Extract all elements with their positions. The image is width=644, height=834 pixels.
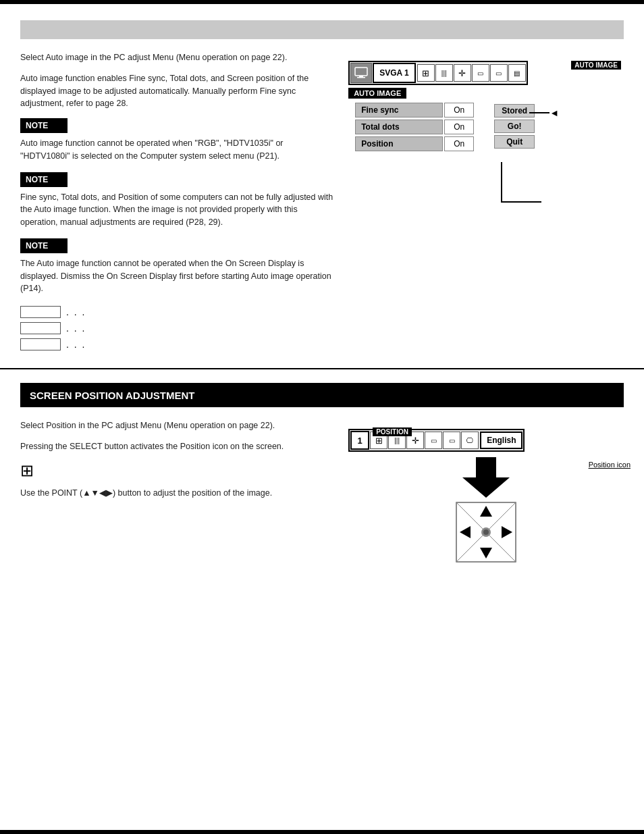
connector-line-horiz bbox=[501, 201, 541, 203]
settings-buttons-container: Fine sync On Total dots On bbox=[355, 103, 624, 153]
setting-value-position: On bbox=[444, 136, 474, 151]
section2-header: SCREEN POSITION ADJUSTMENT bbox=[20, 383, 624, 407]
menu-icon-bars: ||| bbox=[435, 64, 453, 82]
section2-position: SCREEN POSITION ADJUSTMENT Select Positi… bbox=[0, 369, 644, 578]
auto-image-submenu-label: AUTO IMAGE bbox=[348, 88, 406, 99]
english-label: English bbox=[480, 432, 522, 449]
nav-cross-container bbox=[456, 502, 516, 565]
down-arrow-svg bbox=[462, 457, 510, 498]
note2-label: NOTE bbox=[20, 172, 68, 187]
position-top-label: POSITION bbox=[373, 427, 412, 436]
section1-header-bar bbox=[20, 20, 624, 39]
indicator-dots-finesync: . . . bbox=[66, 307, 86, 317]
section2-body-text2: Pressing the SELECT button activates the… bbox=[20, 440, 335, 453]
indicator-dots-position: . . . bbox=[66, 339, 86, 350]
section2-header-text: SCREEN POSITION ADJUSTMENT bbox=[30, 390, 194, 401]
auto-image-top-container: AUTO IMAGE SVGA 1 bbox=[348, 61, 624, 85]
note1-block: NOTE Auto image function cannot be opera… bbox=[20, 118, 335, 163]
setting-value-totaldots: On bbox=[444, 120, 474, 134]
section2-content: Select Position in the PC adjust Menu (M… bbox=[20, 419, 624, 565]
position-arrow-container: Position icon bbox=[348, 457, 624, 565]
setting-row-position: Position On bbox=[355, 136, 474, 151]
settings-table: Fine sync On Total dots On bbox=[355, 103, 474, 153]
indicator-box-finesync bbox=[20, 306, 61, 318]
svg-rect-1 bbox=[359, 76, 363, 77]
left-column: Select Auto image in the PC adjust Menu … bbox=[20, 51, 335, 355]
section2-body-text1: Select Position in the PC adjust Menu (M… bbox=[20, 419, 335, 432]
svg-rect-0 bbox=[355, 68, 367, 76]
position-menu-container: POSITION 1 ⊞ ||| ✛ ▭ ▭ 🖵 English bbox=[348, 429, 624, 452]
setting-value-finesync: On bbox=[444, 103, 474, 118]
indicator-rows: . . . . . . . . . bbox=[20, 306, 335, 350]
setting-row-totaldots: Total dots On bbox=[355, 120, 474, 134]
section2-right-col: POSITION 1 ⊞ ||| ✛ ▭ ▭ 🖵 English bbox=[348, 419, 624, 565]
bottom-border bbox=[0, 830, 644, 834]
indicator-row-position: . . . bbox=[20, 338, 335, 350]
note3-label: NOTE bbox=[20, 238, 68, 253]
menu-icon-rect1: ▭ bbox=[472, 64, 489, 82]
position-nav-label: Position icon bbox=[589, 461, 630, 469]
indicator-row-finesync: . . . bbox=[20, 306, 335, 318]
arrow-indicator: ◄ bbox=[529, 108, 559, 118]
pos-icon-rect2: ▭ bbox=[443, 432, 460, 449]
stored-button[interactable]: Stored bbox=[494, 104, 535, 118]
svga-label: SVGA 1 bbox=[373, 63, 416, 83]
svg-marker-3 bbox=[462, 457, 510, 498]
menu-icon-grid: ⊞ bbox=[417, 64, 435, 82]
note1-text: Auto image function cannot be operated w… bbox=[20, 137, 335, 163]
note1-label: NOTE bbox=[20, 118, 68, 133]
indicator-row-totaldots: . . . bbox=[20, 322, 335, 334]
nav-cross-svg bbox=[456, 502, 516, 563]
note3-block: NOTE The Auto image function cannot be o… bbox=[20, 238, 335, 295]
svg-rect-2 bbox=[357, 77, 365, 78]
menu-icon-rect2: ▭ bbox=[490, 64, 508, 82]
right-column-diagram: AUTO IMAGE SVGA 1 bbox=[348, 51, 624, 355]
section1-body-text1: Select Auto image in the PC adjust Menu … bbox=[20, 51, 335, 64]
pos-icon-monitor: 🖵 bbox=[461, 432, 479, 449]
menu-icon-cross: ✛ bbox=[454, 64, 471, 82]
section2-body-text3: Use the POINT (▲▼◀▶) button to adjust th… bbox=[20, 487, 335, 500]
indicator-dots-totaldots: . . . bbox=[66, 323, 86, 334]
section1-auto-image: Select Auto image in the PC adjust Menu … bbox=[0, 0, 644, 368]
section1-content: Select Auto image in the PC adjust Menu … bbox=[20, 51, 624, 355]
connector-line-vert bbox=[501, 162, 502, 203]
note2-block: NOTE Fine sync, Total dots, and Position… bbox=[20, 172, 335, 229]
indicator-box-position bbox=[20, 338, 61, 350]
indicator-box-totaldots bbox=[20, 322, 61, 334]
pos-icon-rect1: ▭ bbox=[425, 432, 442, 449]
section1-body-text2: Auto image function enables Fine sync, T… bbox=[20, 72, 335, 110]
setting-row-finesync: Fine sync On bbox=[355, 103, 474, 118]
note3-text: The Auto image function cannot be operat… bbox=[20, 257, 335, 295]
setting-label-position-row: Position bbox=[355, 136, 443, 151]
action-buttons-col: ◄ Stored Go! Quit bbox=[494, 103, 535, 149]
setting-label-finesync: Fine sync bbox=[355, 103, 443, 118]
note2-text: Fine sync, Total dots, and Position of s… bbox=[20, 191, 335, 229]
setting-label-totaldots: Total dots bbox=[355, 120, 443, 134]
menu-bar: SVGA 1 ⊞ ||| ✛ ▭ ▭ ▤ bbox=[348, 61, 528, 85]
menu-icon-monitor bbox=[350, 63, 372, 83]
menu-icon-lines: ▤ bbox=[508, 64, 526, 82]
pos-num-box: 1 bbox=[350, 431, 369, 450]
svg-point-12 bbox=[483, 529, 489, 535]
section2-left-col: Select Position in the PC adjust Menu (M… bbox=[20, 419, 335, 565]
position-icon-symbol: ⊞ bbox=[20, 461, 335, 480]
quit-button[interactable]: Quit bbox=[494, 135, 535, 149]
go-button[interactable]: Go! bbox=[494, 120, 535, 133]
auto-image-top-label: AUTO IMAGE bbox=[571, 61, 621, 70]
